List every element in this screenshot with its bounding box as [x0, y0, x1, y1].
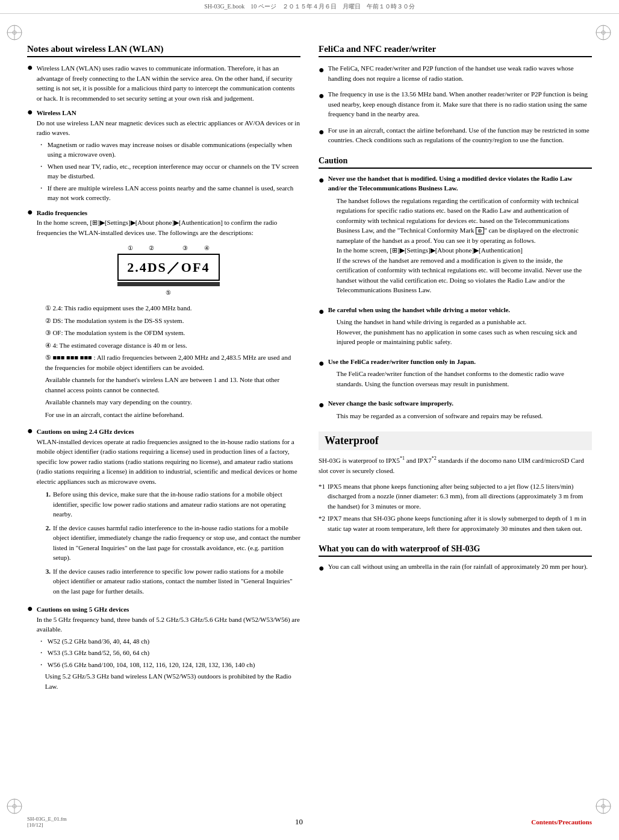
wlan-sub-3-text: If there are multiple wireless LAN acces… — [48, 183, 300, 203]
freq-diagram: ① ② ③ ④ 2.4DS／OF4 ⑤ — [49, 243, 288, 297]
footer-page-code: [10/12] — [27, 822, 67, 828]
wlan-title: Notes about wireless LAN (WLAN) — [27, 44, 300, 57]
caution-bullet-1-content: Never use the handset that is modified. … — [328, 174, 592, 299]
caution-bullet-1: ● Never use the handset that is modified… — [319, 174, 592, 299]
bullet-dot-4: ● — [27, 426, 33, 436]
num-text-3: If the device causes radio interference … — [53, 566, 300, 597]
waterproof-body-text: SH-03G is waterproof to IPX5*1 and IPX7*… — [319, 457, 584, 475]
5g-sub-3: ・ W56 (5.6 GHz band/100, 104, 108, 112, … — [37, 660, 300, 670]
caution-b2-intro: Be careful when using the handset while … — [328, 306, 510, 313]
caution-bullet-2-content: Be careful when using the handset while … — [328, 305, 592, 351]
left-column: Notes about wireless LAN (WLAN) ● Wirele… — [27, 44, 300, 698]
superscript-1: *1 — [400, 456, 405, 461]
what-bullet-1: ● You can call without using an umbrella… — [319, 562, 592, 575]
corner-decoration-tl — [6, 24, 24, 42]
freq-item-4: ④ 4: The estimated coverage distance is … — [45, 340, 300, 351]
waterproof-title: Waterproof — [325, 434, 379, 447]
caution-title: Caution — [319, 156, 592, 169]
wlan-bullet-5: ● Cautions on using 5 GHz devices In the… — [27, 604, 300, 694]
5g-after: Using 5.2 GHz/5.3 GHz band wireless LAN … — [45, 671, 300, 691]
footer-file-info: SH-03G_E_01.fm [10/12] — [27, 816, 67, 828]
bullet-dot-3: ● — [27, 207, 33, 217]
bullet-dot-5: ● — [27, 604, 33, 613]
wlan-bullet-1-text: Wireless LAN (WLAN) uses radio waves to … — [37, 64, 295, 102]
caution-bullet-4-content: Never change the basic software improper… — [328, 398, 543, 424]
footnote-1: *1 IPX5 means that phone keeps functioni… — [319, 481, 592, 512]
wlan-bullet-1-content: Wireless LAN (WLAN) uses radio waves to … — [37, 63, 300, 103]
caution-b2-body: Using the handset in hand while driving … — [337, 317, 592, 347]
wlan-bullet-2-body: Do not use wireless LAN near magnetic de… — [37, 119, 300, 137]
5g-sub-3-text: W56 (5.6 GHz band/100, 104, 108, 112, 11… — [48, 660, 300, 670]
felica-bullet-1: ● The FeliCa, NFC reader/writer and P2P … — [319, 63, 592, 83]
caution-5g-body: In the 5 GHz frequency band, three bands… — [37, 616, 300, 633]
page-footer: SH-03G_E_01.fm [10/12] 10 Contents/Preca… — [0, 816, 619, 828]
caution-24-item-1: 1. Before using this device, make sure t… — [46, 489, 300, 519]
caution-bullet-3: ● Use the FeliCa reader/writer function … — [319, 357, 592, 393]
caution-5g-title: Cautions on using 5 GHz devices — [37, 606, 129, 613]
caution-24-item-3: 3. If the device causes radio interferen… — [46, 566, 300, 597]
caution-bullet-4: ● Never change the basic software improp… — [319, 398, 592, 424]
felica-title: FeliCa and NFC reader/writer — [319, 44, 592, 57]
wlan-bullet-2-title: Wireless LAN — [37, 109, 76, 116]
caution-bullet-2: ● Be careful when using the handset whil… — [319, 305, 592, 351]
footnote-2-label: *2 — [319, 513, 325, 533]
footnote-2-text: IPX7 means that SH-03G phone keeps funct… — [328, 513, 592, 533]
freq-after-3: For use in an aircraft, contact the airl… — [45, 410, 300, 420]
freq-bar-wrapper — [49, 282, 288, 286]
radio-freq-body: In the home screen, [⊞]▶[Settings]▶[Abou… — [37, 219, 278, 236]
caution-b3-body: The FeliCa reader/writer function of the… — [337, 369, 592, 389]
freq-box-wrapper: 2.4DS／OF4 — [49, 254, 288, 281]
freq-item-3: ③ OF: The modulation system is the OFDM … — [45, 328, 300, 338]
superscript-2: *2 — [432, 456, 437, 461]
wlan-bullet-3-content: Radio frequencies In the home screen, [⊞… — [37, 208, 300, 422]
wlan-bullet-3: ● Radio frequencies In the home screen, … — [27, 208, 300, 422]
caution-24-item-2: 2. If the device causes harmful radio in… — [46, 523, 300, 563]
right-column: FeliCa and NFC reader/writer ● The FeliC… — [319, 44, 592, 698]
num-text-1: Before using this device, make sure that… — [53, 489, 300, 519]
freq-bar — [117, 282, 220, 286]
felica-bullet-3: ● For use in an aircraft, contact the ai… — [319, 125, 592, 145]
wlan-bullet-2-content: Wireless LAN Do not use wireless LAN nea… — [37, 108, 300, 203]
num-label-2: 2. — [46, 523, 51, 563]
felica-bullet-2: ● The frequency in use is the 13.56 MHz … — [319, 89, 592, 119]
wlan-sub-1: ・ Magnetism or radio waves may increase … — [37, 140, 300, 160]
waterproof-section-header: Waterproof — [319, 431, 592, 450]
footnote-1-label: *1 — [319, 481, 325, 512]
corner-decoration-br — [595, 798, 613, 816]
wlan-bullet-4-content: Cautions on using 2.4 GHz devices WLAN-i… — [37, 427, 300, 600]
freq-num-1: ① — [128, 243, 133, 252]
corner-decoration-tr — [595, 24, 613, 42]
wlan-bullet-1: ● Wireless LAN (WLAN) uses radio waves t… — [27, 63, 300, 103]
wlan-sub-2: ・ When used near TV, radio, etc., recept… — [37, 161, 300, 181]
caution-24-body: WLAN-installed devices operate at radio … — [37, 438, 297, 485]
5g-sub-1: ・ W52 (5.2 GHz band/36, 40, 44, 48 ch) — [37, 636, 300, 647]
freq-circle-label: ⑤ — [49, 288, 288, 297]
freq-item-1: ① 2.4: This radio equipment uses the 2,4… — [45, 303, 300, 313]
freq-after-1: Available channels for the handset's wir… — [45, 375, 300, 395]
wlan-bullet-4: ● Cautions on using 2.4 GHz devices WLAN… — [27, 427, 300, 600]
wlan-bullet-2: ● Wireless LAN Do not use wireless LAN n… — [27, 108, 300, 203]
radio-freq-title: Radio frequencies — [37, 209, 87, 216]
5g-sub-1-text: W52 (5.2 GHz band/36, 40, 44, 48 ch) — [48, 636, 300, 647]
bullet-dot-2: ● — [27, 107, 33, 117]
num-text-2: If the device causes harmful radio inter… — [53, 523, 300, 563]
caution-b3-intro: Use the FeliCa reader/writer function on… — [328, 358, 476, 365]
footnote-1-text: IPX5 means that phone keeps functioning … — [328, 481, 592, 512]
5g-sub-2-text: W53 (5.3 GHz band/52, 56, 60, 64 ch) — [48, 648, 300, 658]
freq-after-2: Available channels may vary depending on… — [45, 397, 300, 407]
wlan-sub-3: ・ If there are multiple wireless LAN acc… — [37, 183, 300, 203]
header-bar: SH-03G_E.book 10 ページ ２０１５年４月６日 月曜日 午前１０時… — [0, 0, 619, 14]
caution-24-list: 1. Before using this device, make sure t… — [46, 489, 300, 596]
bullet-dot-1: ● — [27, 63, 33, 72]
freq-item-5: ⑤ ■■■ ■■■ ■■■ : All radio frequencies be… — [45, 353, 300, 372]
footer-filename: SH-03G_E_01.fm — [27, 816, 67, 822]
freq-num-2: ② — [149, 243, 154, 252]
freq-num-3: ③ — [182, 243, 188, 252]
footnote-2: *2 IPX7 means that SH-03G phone keeps fu… — [319, 513, 592, 533]
freq-num-4: ④ — [204, 243, 210, 252]
caution-24-title: Cautions on using 2.4 GHz devices — [37, 428, 134, 435]
caution-b4-body: This may be regarded as a conversion of … — [337, 411, 543, 421]
contents-link: Contents/Precautions — [531, 818, 592, 826]
wlan-sub-2-text: When used near TV, radio, etc., receptio… — [48, 161, 300, 181]
num-label-3: 3. — [46, 566, 51, 597]
